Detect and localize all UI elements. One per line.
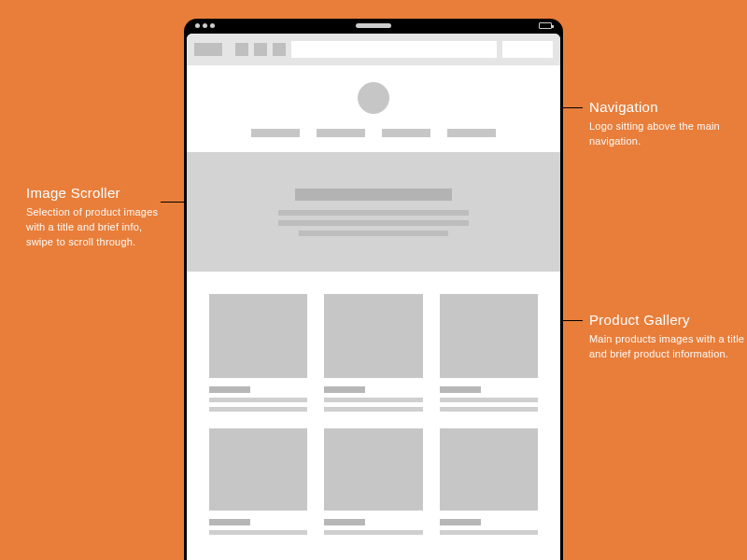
product-text-placeholder <box>324 407 422 412</box>
annotation-desc: Logo sitting above the main navigation. <box>589 119 747 149</box>
annotation-title: Navigation <box>589 99 747 115</box>
product-thumb <box>324 294 422 378</box>
chrome-button[interactable] <box>235 43 248 56</box>
url-bar[interactable] <box>291 41 497 58</box>
product-text-placeholder <box>440 530 538 535</box>
product-text-placeholder <box>209 398 307 402</box>
annotation-product-gallery: Product Gallery Main products images wit… <box>589 312 747 362</box>
nav-link[interactable] <box>447 129 496 137</box>
scroller-text-placeholder <box>278 210 469 236</box>
product-text-placeholder <box>324 530 422 535</box>
annotation-desc: Selection of product images with a title… <box>26 205 166 250</box>
product-title-placeholder <box>324 519 365 525</box>
product-title-placeholder <box>209 519 250 525</box>
product-gallery <box>187 272 560 535</box>
scroller-title-placeholder <box>295 189 452 201</box>
product-thumb <box>440 294 538 378</box>
device-frame <box>184 19 563 560</box>
product-card[interactable] <box>440 294 538 412</box>
product-card[interactable] <box>440 428 538 535</box>
annotation-desc: Main products images with a title and br… <box>589 332 747 362</box>
product-card[interactable] <box>324 428 422 535</box>
browser-chrome <box>187 34 560 65</box>
chrome-button[interactable] <box>254 43 267 56</box>
chrome-button[interactable] <box>273 43 286 56</box>
nav-link[interactable] <box>251 129 300 137</box>
annotation-title: Product Gallery <box>589 312 747 328</box>
product-thumb <box>324 428 422 511</box>
product-title-placeholder <box>209 386 250 393</box>
product-card[interactable] <box>209 294 307 412</box>
product-thumb <box>209 428 307 511</box>
annotation-image-scroller: Image Scroller Selection of product imag… <box>26 185 166 250</box>
signal-dots-icon <box>195 23 215 28</box>
navigation-section <box>187 65 560 152</box>
status-bar <box>184 19 563 34</box>
speaker-icon <box>356 23 391 28</box>
annotation-title: Image Scroller <box>26 185 166 201</box>
product-text-placeholder <box>209 530 307 535</box>
chrome-button[interactable] <box>194 43 222 56</box>
product-thumb <box>209 294 307 378</box>
product-text-placeholder <box>440 407 538 412</box>
annotation-navigation: Navigation Logo sitting above the main n… <box>589 99 747 149</box>
product-thumb <box>440 428 538 511</box>
battery-icon <box>539 22 552 29</box>
nav-links <box>251 129 496 137</box>
product-text-placeholder <box>440 398 538 402</box>
product-title-placeholder <box>440 519 481 525</box>
chrome-button[interactable] <box>502 41 553 58</box>
nav-link[interactable] <box>382 129 430 137</box>
logo-icon[interactable] <box>358 82 389 114</box>
product-card[interactable] <box>324 294 422 412</box>
product-text-placeholder <box>324 398 422 402</box>
product-text-placeholder <box>209 407 307 412</box>
product-title-placeholder <box>324 386 365 393</box>
nav-link[interactable] <box>317 129 365 137</box>
image-scroller[interactable] <box>187 152 560 272</box>
product-card[interactable] <box>209 428 307 535</box>
product-title-placeholder <box>440 386 481 393</box>
screen <box>187 34 560 560</box>
